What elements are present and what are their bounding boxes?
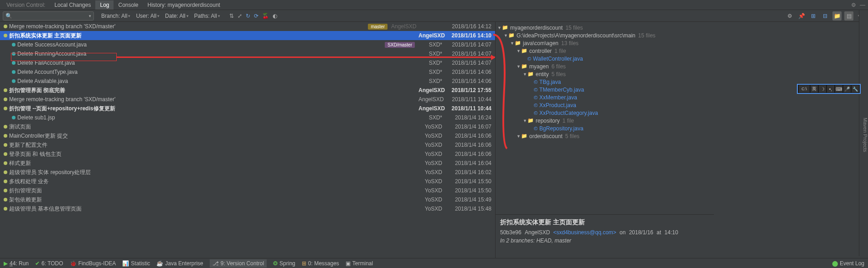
tree-item-label: WalletController.java: [533, 56, 583, 62]
ime-cmd-icon[interactable]: C:\: [799, 85, 810, 93]
tree-file[interactable]: ©TMemberCyb.java: [496, 86, 714, 93]
search-input[interactable]: 🔍 ▾: [3, 11, 94, 21]
folder-icon: 📁: [527, 118, 534, 124]
log-toolbar: 🔍 ▾ Branch: All▾ User: All▾ Date: All▾ P…: [0, 10, 868, 22]
sb-spring[interactable]: ❂Spring: [273, 260, 295, 267]
sb-terminal[interactable]: ▣Terminal: [346, 260, 373, 267]
tab-log[interactable]: Log: [95, 0, 114, 10]
sb-findbugs[interactable]: 🐞FindBugs-IDEA: [70, 260, 116, 267]
tree-file[interactable]: ©XxProductCategory.java: [496, 109, 714, 117]
tree-folder[interactable]: ▼📁G:\ideaProjects\A\myagenorderdiscount\…: [496, 31, 714, 39]
commit-row[interactable]: 更新了配置文件YoSXD2018/1/4 16:06: [0, 140, 495, 149]
tree-file[interactable]: ©XxMember.java: [496, 93, 714, 101]
ime-moon-icon[interactable]: ☽: [819, 85, 826, 93]
ime-settings-icon[interactable]: 🔧: [852, 85, 859, 93]
commit-row[interactable]: 超级管理员 基本信息管理页面YoSXD2018/1/4 15:48: [0, 204, 495, 213]
commit-message: 折扣系统实体更新 主页面更新: [9, 32, 418, 40]
commit-row[interactable]: Merge remote-tracking branch 'SXD/master…: [0, 22, 495, 31]
commit-message: Merge remote-tracking branch 'SXD/master…: [9, 23, 368, 30]
sb-run[interactable]: ▶44: Run: [4, 260, 29, 267]
tree-folder[interactable]: ▼📁repository1 file: [496, 117, 714, 124]
sb-messages[interactable]: ⊞0: Messages: [302, 260, 339, 267]
highlight-icon[interactable]: ◐: [273, 13, 277, 19]
commit-date: 2018/1/11 10:44: [446, 105, 495, 112]
tree-item-label: entity: [536, 71, 549, 77]
commit-row[interactable]: MainController更新 提交YoSXD2018/1/4 16:06: [0, 131, 495, 140]
tree-item-label: XxProductCategory.java: [539, 110, 598, 116]
sb-statistic[interactable]: 📊Statistic: [122, 260, 150, 267]
intellisort-icon[interactable]: ⇅: [229, 13, 234, 19]
sb-event-log[interactable]: ⬤Event Log: [832, 260, 864, 267]
commit-row[interactable]: 测试页面YoSXD2018/1/4 16:07: [0, 122, 495, 131]
author-email[interactable]: <sxd4business@qq.com>: [553, 229, 616, 236]
collapse-icon[interactable]: ⤢: [238, 13, 242, 19]
gear-icon[interactable]: ⚙: [785, 11, 794, 21]
sb-version-control[interactable]: ⎇9: Version Control: [210, 259, 267, 268]
tree-file[interactable]: ©BgRepository.java: [496, 124, 714, 132]
expand-icon[interactable]: ⊞: [809, 11, 818, 21]
tab-console[interactable]: Console: [114, 0, 143, 10]
ime-toolbar[interactable]: C:\ 英 ☽ •, ⌨ 🎤 🔧: [797, 84, 861, 94]
commit-row[interactable]: 登录页面 和 钱包主页YoSXD2018/1/4 16:06: [0, 149, 495, 159]
tree-item-label: XxMember.java: [539, 94, 577, 101]
goto-icon[interactable]: ⟳: [254, 13, 258, 19]
commit-row[interactable]: Merge remote-tracking branch 'SXD/master…: [0, 95, 495, 104]
tree-file[interactable]: ©WalletController.java: [496, 55, 714, 62]
ime-punct-icon[interactable]: •,: [827, 85, 834, 93]
sb-todo[interactable]: ✔6: TODO: [35, 260, 63, 267]
flatten-icon[interactable]: ▤: [844, 11, 853, 21]
tab-local-changes[interactable]: Local Changes: [50, 0, 95, 10]
pin-icon[interactable]: 📌: [797, 11, 806, 21]
filter-branch[interactable]: Branch: All▾: [99, 12, 132, 20]
commit-row[interactable]: Delete FailAccount.javaSXD*2018/1/16 14:…: [0, 58, 495, 67]
filter-date[interactable]: Date: All▾: [163, 12, 191, 20]
commit-author: SXD*: [418, 51, 446, 57]
commit-message: 样式更新: [9, 160, 418, 167]
commit-row[interactable]: 折扣系统实体更新 主页面更新AngelSXD2018/1/16 14:10: [0, 31, 495, 40]
collapse2-icon[interactable]: ⊟: [821, 11, 830, 21]
tree-folder[interactable]: ▼📁myagenorderdiscount15 files: [496, 24, 714, 31]
filter-paths[interactable]: Paths: All▾: [192, 12, 222, 20]
minimize-icon[interactable]: —: [860, 2, 865, 8]
tree-file[interactable]: ©TBg.java: [496, 78, 714, 86]
commit-row[interactable]: 折扣管理 --页面+repository+redis修复更新AngelSXD20…: [0, 104, 495, 113]
settings-icon[interactable]: ⚙: [851, 2, 856, 8]
tab-history[interactable]: History: myagenorderdiscount: [143, 0, 225, 10]
tree-folder[interactable]: ▼📁controller1 file: [496, 47, 714, 55]
file-count: 5 files: [565, 133, 579, 139]
tree-folder[interactable]: ▼📁java\com\agen13 files: [496, 39, 714, 47]
commit-author: YoSXD: [418, 196, 446, 203]
commit-message: 超级管理员 实体 repository处理层: [9, 169, 418, 176]
commit-row[interactable]: Delete AccountType.javaSXD*2018/1/16 14:…: [0, 67, 495, 77]
sb-java-ee[interactable]: ☕Java Enterprise: [156, 260, 203, 267]
commit-row[interactable]: 样式更新YoSXD2018/1/4 16:04: [0, 159, 495, 168]
tree-file[interactable]: ©XxProduct.java: [496, 101, 714, 109]
commit-row[interactable]: Delete SuccessAccount.javaSXD/masterSXD*…: [0, 40, 495, 49]
tree-folder[interactable]: ▼📁myagen6 files: [496, 62, 714, 70]
commit-row[interactable]: Delete sub1.jspSXD*2018/1/4 16:24: [0, 113, 495, 122]
commit-row[interactable]: 折扣管理页面YoSXD2018/1/4 15:50: [0, 186, 495, 195]
commit-row[interactable]: 多线程处理 业务YoSXD2018/1/4 15:50: [0, 177, 495, 186]
commit-row[interactable]: 超级管理员 实体 repository处理层YoSXD2018/1/4 16:0…: [0, 168, 495, 177]
ref-tag: master: [368, 24, 388, 30]
commit-author: SXD*: [418, 114, 446, 121]
top-tabs-bar: Version Control: Local Changes Log Conso…: [0, 0, 868, 10]
right-sidebar-maven[interactable]: Maven Projects: [859, 10, 868, 256]
refresh-icon[interactable]: ↻: [246, 13, 250, 19]
commit-message: Delete RunningAccount.java: [17, 51, 418, 57]
dropdown-icon[interactable]: ▾: [89, 14, 91, 18]
ime-mic-icon[interactable]: 🎤: [843, 85, 851, 93]
tree-folder[interactable]: ▼📁orderdiscount5 files: [496, 132, 714, 140]
cherry-pick-icon[interactable]: 🍒: [262, 13, 269, 19]
commit-row[interactable]: 架包依赖更新YoSXD2018/1/4 15:49: [0, 195, 495, 204]
group-icon[interactable]: 📁: [832, 11, 842, 21]
file-count: 15 files: [565, 25, 583, 31]
tree-folder[interactable]: ▼📁entity5 files: [496, 70, 714, 78]
ime-keyboard-icon[interactable]: ⌨: [835, 85, 842, 93]
commit-row[interactable]: 折扣管理界面 彻底完善AngelSXD2018/1/12 17:55: [0, 86, 495, 95]
commit-row[interactable]: Delete Available.javaSXD*2018/1/16 14:06: [0, 77, 495, 86]
ime-lang-icon[interactable]: 英: [811, 85, 818, 93]
tree-item-label: G:\ideaProjects\A\myagenorderdiscount\sr…: [517, 32, 636, 39]
commit-author: YoSXD: [418, 151, 446, 157]
filter-user[interactable]: User: All▾: [134, 12, 161, 20]
